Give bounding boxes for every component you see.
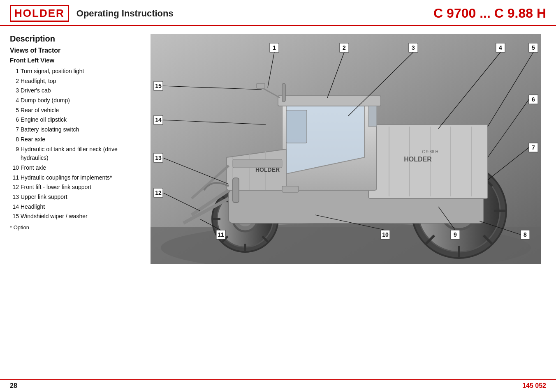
part-label: Engine oil dipstick — [21, 115, 137, 125]
part-label: Windshield wiper / washer — [21, 212, 137, 221]
svg-rect-31 — [233, 178, 239, 203]
svg-text:8: 8 — [524, 231, 527, 238]
header-title: Operating Instructions — [76, 8, 433, 19]
option-note: * Option — [10, 224, 137, 231]
tractor-image-container: HOLDER C 9.88 H — [146, 34, 546, 264]
part-number: 8 — [10, 135, 19, 144]
part-label: Upper link support — [21, 193, 137, 202]
svg-text:9: 9 — [454, 231, 457, 238]
part-number: 10 — [10, 164, 19, 173]
logo-box: HOLDER — [10, 5, 69, 22]
part-label: Rear axle — [21, 135, 137, 144]
part-label: Headlight — [21, 203, 137, 212]
logo-text: HOLDER — [14, 7, 65, 19]
page-header: HOLDER Operating Instructions C 9700 ...… — [0, 0, 556, 26]
main-content: Description Views of Tractor Front Left … — [0, 26, 556, 268]
svg-rect-36 — [282, 83, 285, 102]
svg-text:4: 4 — [499, 44, 502, 51]
svg-text:5: 5 — [532, 44, 535, 51]
parts-list-item: 14Headlight — [10, 203, 137, 212]
svg-text:12: 12 — [155, 189, 162, 196]
svg-text:HOLDER: HOLDER — [404, 156, 432, 163]
svg-text:14: 14 — [155, 117, 162, 123]
part-number: 9 — [10, 145, 19, 154]
svg-text:1: 1 — [273, 44, 276, 51]
part-number: 2 — [10, 77, 19, 86]
part-label: Rear of vehicle — [21, 106, 137, 115]
views-title: Views of Tractor — [10, 47, 137, 54]
svg-text:C 9.88 H: C 9.88 H — [422, 150, 438, 154]
svg-text:6: 6 — [532, 96, 535, 103]
page-number: 28 — [10, 382, 17, 390]
page-footer: 28 145 052 — [0, 379, 556, 392]
part-number: 14 — [10, 203, 19, 212]
parts-list-item: 11Hydraulic couplings for implements* — [10, 173, 137, 182]
svg-text:11: 11 — [218, 231, 224, 238]
model-number: C 9700 ... C 9.88 H — [433, 6, 546, 21]
part-number: 4 — [10, 96, 19, 105]
part-number: 15 — [10, 212, 19, 221]
svg-text:3: 3 — [412, 44, 415, 51]
part-number: 6 — [10, 115, 19, 125]
part-number: 5 — [10, 106, 19, 115]
part-number: 13 — [10, 193, 19, 202]
part-label: Hydraulic couplings for implements* — [21, 173, 137, 182]
parts-list-item: 4Dump body (dump) — [10, 96, 137, 105]
parts-list-item: 6Engine oil dipstick — [10, 115, 137, 125]
part-label: Front lift - lower link support — [21, 183, 137, 192]
parts-list-item: 9Hydraulic oil tank and filler neck (dri… — [10, 145, 137, 163]
left-panel: Description Views of Tractor Front Left … — [10, 34, 137, 264]
tractor-svg: HOLDER C 9.88 H — [146, 34, 546, 264]
view-name: Front Left View — [10, 57, 137, 64]
svg-text:2: 2 — [343, 44, 346, 51]
svg-text:15: 15 — [155, 83, 162, 89]
svg-text:10: 10 — [382, 231, 389, 238]
svg-text:7: 7 — [532, 144, 535, 151]
svg-rect-38 — [233, 159, 282, 168]
part-number: 1 — [10, 67, 19, 76]
parts-list-item: 12Front lift - lower link support — [10, 183, 137, 192]
part-label: Battery isolating switch — [21, 125, 137, 134]
parts-list-item: 5Rear of vehicle — [10, 106, 137, 115]
parts-list-item: 10Front axle — [10, 164, 137, 173]
part-number: 11 — [10, 173, 19, 182]
part-label: Dump body (dump) — [21, 96, 137, 105]
image-area: HOLDER C 9.88 H — [146, 34, 546, 264]
svg-text:13: 13 — [155, 154, 162, 161]
parts-list-item: 15Windshield wiper / washer — [10, 212, 137, 221]
part-number: 3 — [10, 86, 19, 95]
parts-list-item: 1Turn signal, position light — [10, 67, 137, 76]
doc-number: 145 052 — [522, 382, 546, 390]
svg-rect-23 — [286, 110, 307, 143]
part-label: Driver's cab — [21, 86, 137, 95]
svg-rect-35 — [257, 83, 265, 88]
parts-list-item: 3Driver's cab — [10, 86, 137, 95]
section-title: Description — [10, 34, 137, 44]
part-number: 7 — [10, 125, 19, 134]
parts-list-item: 8Rear axle — [10, 135, 137, 144]
part-label: Hydraulic oil tank and filler neck (driv… — [21, 145, 137, 163]
part-number: 12 — [10, 183, 19, 192]
svg-rect-21 — [278, 96, 381, 106]
svg-rect-37 — [282, 186, 299, 192]
part-label: Headlight, top — [21, 77, 137, 86]
parts-list-item: 7Battery isolating switch — [10, 125, 137, 134]
parts-list-item: 13Upper link support — [10, 193, 137, 202]
parts-list: 1Turn signal, position light2Headlight, … — [10, 67, 137, 221]
part-label: Turn signal, position light — [21, 67, 137, 76]
part-label: Front axle — [21, 164, 137, 173]
svg-rect-24 — [368, 106, 377, 127]
parts-list-item: 2Headlight, top — [10, 77, 137, 86]
